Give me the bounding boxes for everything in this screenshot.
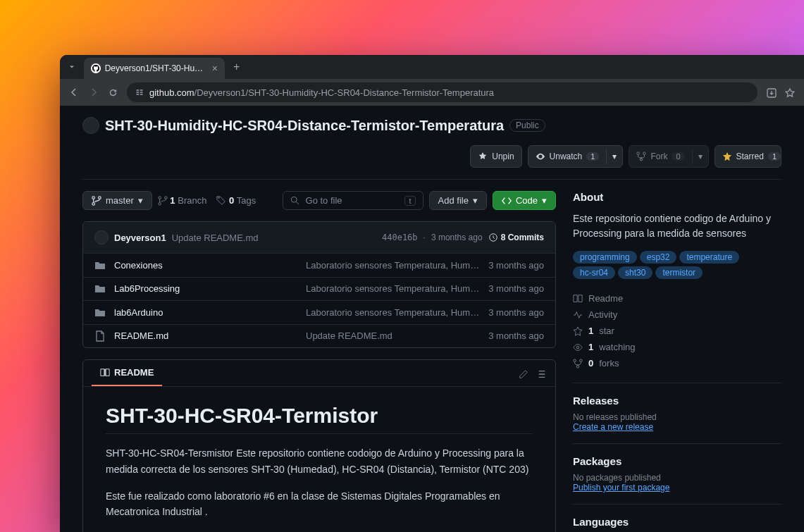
file-name[interactable]: lab6Arduino	[114, 307, 297, 318]
stars-link[interactable]: 1 star	[573, 323, 781, 339]
file-date: 3 months ago	[488, 330, 544, 341]
topic-tag[interactable]: hc-sr04	[573, 266, 615, 279]
star-icon	[573, 326, 583, 336]
topic-tags: programmingesp32temperaturehc-sr04sht30t…	[573, 251, 781, 279]
fork-button[interactable]: Fork 0 ▾	[629, 145, 708, 168]
svg-point-9	[159, 203, 161, 206]
file-icon	[94, 330, 106, 342]
repo-name[interactable]: SHT-30-Humidity-HC-SR04-Distance-Termist…	[105, 118, 504, 134]
browser-tab-bar: Deyverson1/SHT-30-Humidi × +	[60, 55, 804, 79]
fork-icon	[636, 151, 646, 161]
commit-sha[interactable]: 440e16b	[382, 233, 418, 242]
svg-point-14	[580, 359, 583, 361]
tags-link[interactable]: 0 Tags	[216, 195, 256, 206]
pulse-icon	[573, 310, 583, 320]
svg-point-8	[164, 197, 167, 199]
branch-icon	[158, 196, 168, 206]
branches-link[interactable]: 1 Branch	[158, 195, 207, 206]
star-filled-icon	[722, 151, 732, 161]
languages-section: Languages	[573, 504, 781, 528]
commit-message[interactable]: Update README.md	[172, 233, 259, 243]
forks-link[interactable]: 0 forks	[573, 355, 781, 371]
github-favicon-icon	[91, 63, 101, 73]
unpin-button[interactable]: Unpin	[470, 145, 521, 168]
browser-tab[interactable]: Deyverson1/SHT-30-Humidi ×	[84, 58, 225, 79]
tab-dropdown-icon[interactable]	[66, 61, 78, 73]
chevron-down-icon[interactable]: ▾	[606, 149, 622, 164]
svg-rect-5	[140, 94, 143, 95]
new-tab-button[interactable]: +	[233, 61, 240, 73]
code-button[interactable]: Code ▾	[493, 191, 556, 210]
svg-point-15	[576, 365, 579, 368]
file-listing: Deyverson1 Update README.md 440e16b · 3 …	[82, 221, 556, 348]
unwatch-button[interactable]: Unwatch 1 ▾	[528, 145, 624, 168]
svg-rect-0	[137, 89, 140, 91]
file-commit-msg[interactable]: Laboratorio sensores Temperatura, Humeda…	[306, 260, 480, 271]
tab-close-icon[interactable]: ×	[212, 63, 218, 74]
reload-button[interactable]	[108, 87, 118, 98]
forward-button[interactable]	[88, 87, 99, 98]
releases-section: Releases No releases published Create a …	[573, 383, 781, 432]
topic-tag[interactable]: temperature	[679, 251, 739, 264]
folder-icon	[94, 283, 106, 295]
tab-title: Deyverson1/SHT-30-Humidi	[105, 63, 208, 73]
file-date: 3 months ago	[488, 283, 544, 294]
file-commit-msg[interactable]: Update README.md	[306, 330, 480, 341]
edit-icon[interactable]	[519, 367, 528, 380]
chevron-down-icon[interactable]: ▾	[692, 149, 708, 164]
outline-icon[interactable]	[537, 367, 547, 380]
readme-tab[interactable]: README	[92, 360, 162, 386]
eye-icon	[573, 342, 583, 352]
activity-link[interactable]: Activity	[573, 307, 781, 323]
topic-tag[interactable]: esp32	[640, 251, 677, 264]
book-icon	[100, 368, 110, 378]
folder-icon	[94, 307, 106, 318]
owner-avatar[interactable]	[82, 117, 99, 134]
file-search-input[interactable]: Go to file t	[283, 191, 423, 210]
file-name[interactable]: README.md	[114, 330, 297, 341]
packages-section: Packages No packages published Publish y…	[573, 443, 781, 493]
browser-window: Deyverson1/SHT-30-Humidi × + github.com/…	[60, 55, 804, 532]
readme-panel: README SHT-30-HC-SR04-Termistor SHT-30-H…	[82, 359, 556, 532]
latest-commit-row[interactable]: Deyverson1 Update README.md 440e16b · 3 …	[83, 222, 555, 253]
bookmark-star-icon[interactable]	[784, 86, 796, 99]
svg-point-10	[291, 197, 297, 202]
readme-body: SHT-30-HC-SR04-Termistor SHT-30-HC-SR04-…	[83, 387, 555, 532]
file-date: 3 months ago	[488, 260, 544, 271]
starred-button[interactable]: Starred 1	[715, 145, 781, 168]
url-input[interactable]: github.com/Deyverson1/SHT-30-Humidity-HC…	[127, 82, 757, 102]
file-name[interactable]: Conexiones	[114, 260, 297, 271]
back-button[interactable]	[68, 87, 80, 98]
topic-tag[interactable]: sht30	[618, 266, 653, 279]
file-commit-msg[interactable]: Laboratorio sensores Temperatura, Humeda…	[306, 307, 480, 318]
languages-heading: Languages	[573, 516, 781, 528]
file-row[interactable]: Lab6ProcessingLaboratorio sensores Tempe…	[83, 277, 555, 301]
repo-header: SHT-30-Humidity-HC-SR04-Distance-Termist…	[82, 117, 781, 134]
topic-tag[interactable]: programming	[573, 251, 637, 264]
readme-link[interactable]: Readme	[573, 290, 781, 307]
install-app-icon[interactable]	[766, 86, 777, 99]
topic-tag[interactable]: termistor	[655, 266, 703, 279]
chevron-down-icon: ▾	[473, 195, 478, 206]
branch-selector[interactable]: master ▾	[82, 191, 152, 210]
publish-package-link[interactable]: Publish your first package	[573, 483, 781, 493]
fork-icon	[573, 359, 583, 369]
file-row[interactable]: README.mdUpdate README.md3 months ago	[83, 324, 555, 348]
about-heading: About	[573, 191, 781, 203]
file-name[interactable]: Lab6Processing	[114, 283, 297, 294]
add-file-button[interactable]: Add file ▾	[429, 191, 487, 210]
commit-author[interactable]: Deyverson1	[114, 233, 166, 243]
about-description: Este repositorio contiene codigo de Ardu…	[573, 211, 781, 241]
commits-link[interactable]: 8 Commits	[488, 233, 544, 242]
file-commit-msg[interactable]: Laboratorio sensores Temperatura, Humeda…	[306, 283, 480, 294]
watching-link[interactable]: 1 watching	[573, 339, 781, 355]
create-release-link[interactable]: Create a new release	[573, 422, 781, 432]
readme-heading: SHT-30-HC-SR04-Termistor	[106, 404, 533, 434]
code-icon	[502, 196, 512, 206]
file-date: 3 months ago	[488, 307, 544, 318]
branch-icon	[92, 196, 101, 206]
svg-point-12	[576, 346, 579, 349]
repo-actions: Unpin Unwatch 1 ▾ Fork 0 ▾ Starred	[82, 145, 781, 180]
file-row[interactable]: lab6ArduinoLaboratorio sensores Temperat…	[83, 300, 555, 324]
file-row[interactable]: ConexionesLaboratorio sensores Temperatu…	[83, 253, 555, 277]
